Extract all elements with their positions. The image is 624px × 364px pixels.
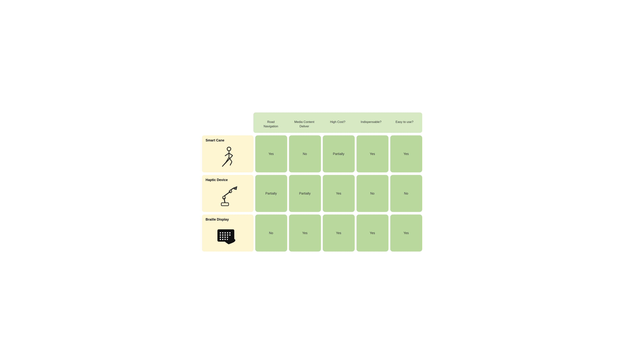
cell-smart-cane-media-content: No: [289, 135, 321, 172]
row-title-haptic-device: Haptic Device: [206, 178, 250, 182]
cell-smart-cane-easy-to-use: Yes: [390, 135, 422, 172]
comparison-table: Road NavigationMedia Content DeliverHigh…: [202, 113, 422, 251]
svg-point-0: [227, 147, 231, 151]
row-title-braille-display: Braille Display: [206, 217, 250, 222]
cell-haptic-device-media-content: Partially: [289, 175, 321, 212]
svg-point-20: [227, 232, 228, 234]
cell-haptic-device-easy-to-use: No: [390, 175, 422, 212]
col-header-easy-to-use: Easy to use?: [389, 118, 420, 130]
svg-marker-15: [234, 187, 237, 190]
col-header-indispensable: Indispensable?: [355, 118, 387, 130]
cell-braille-display-indispensable: Yes: [357, 214, 389, 251]
cell-haptic-device-high-cost: Yes: [323, 175, 355, 212]
row-braille-display: Braille Display NoYes: [202, 214, 422, 251]
svg-point-32: [220, 239, 221, 240]
row-label-braille-display: Braille Display: [202, 214, 253, 251]
row-haptic-device: Haptic Device PartiallyPartiallyYesNoNo: [202, 175, 422, 212]
row-label-haptic-device: Haptic Device: [202, 175, 253, 212]
svg-line-7: [230, 162, 232, 165]
svg-point-21: [229, 232, 231, 234]
features-header: [253, 113, 422, 116]
cells-haptic-device: PartiallyPartiallyYesNoNo: [255, 175, 422, 212]
braille-display-icon: [206, 224, 250, 248]
column-headers: Road NavigationMedia Content DeliverHigh…: [253, 116, 422, 133]
cell-braille-display-easy-to-use: Yes: [390, 214, 422, 251]
cells-smart-cane: YesNoPartiallyYesYes: [255, 135, 422, 172]
header-label-spacer: [202, 113, 253, 133]
features-section: Road NavigationMedia Content DeliverHigh…: [253, 113, 422, 133]
row-title-smart-cane: Smart Cane: [206, 138, 250, 142]
svg-point-30: [227, 237, 228, 238]
svg-line-2: [225, 153, 229, 156]
cell-braille-display-road-nav: No: [255, 214, 287, 251]
svg-point-22: [220, 234, 221, 236]
svg-point-17: [220, 232, 221, 234]
svg-point-18: [222, 232, 223, 234]
svg-line-10: [224, 198, 225, 203]
svg-point-27: [220, 237, 221, 238]
cell-braille-display-high-cost: Yes: [323, 214, 355, 251]
cell-braille-display-media-content: Yes: [289, 214, 321, 251]
cell-smart-cane-indispensable: Yes: [357, 135, 389, 172]
svg-point-25: [227, 234, 228, 236]
col-header-road-nav: Road Navigation: [255, 118, 287, 130]
header-row: Road NavigationMedia Content DeliverHigh…: [202, 113, 422, 133]
row-label-smart-cane: Smart Cane: [202, 135, 253, 172]
row-smart-cane: Smart Cane YesNoPartiallyYesYes: [202, 135, 422, 172]
svg-point-28: [222, 237, 223, 238]
svg-point-24: [224, 234, 226, 236]
svg-point-29: [224, 237, 226, 238]
svg-line-14: [231, 188, 234, 190]
svg-point-23: [222, 234, 223, 236]
cells-braille-display: NoYesYesYesYes: [255, 214, 422, 251]
cell-smart-cane-road-nav: Yes: [255, 135, 287, 172]
svg-line-3: [229, 153, 233, 156]
svg-rect-9: [221, 203, 229, 206]
data-rows: Smart Cane YesNoPartiallyYesYesHaptic De…: [202, 135, 422, 251]
cell-haptic-device-indispensable: No: [357, 175, 389, 212]
col-header-high-cost: High Cost?: [322, 118, 354, 130]
cell-smart-cane-high-cost: Partially: [323, 135, 355, 172]
haptic-device-icon: [206, 184, 250, 208]
cell-haptic-device-road-nav: Partially: [255, 175, 287, 212]
svg-point-33: [222, 239, 223, 240]
svg-point-19: [224, 232, 226, 234]
smart-cane-icon: [206, 145, 250, 169]
col-header-media-content: Media Content Deliver: [289, 118, 320, 130]
